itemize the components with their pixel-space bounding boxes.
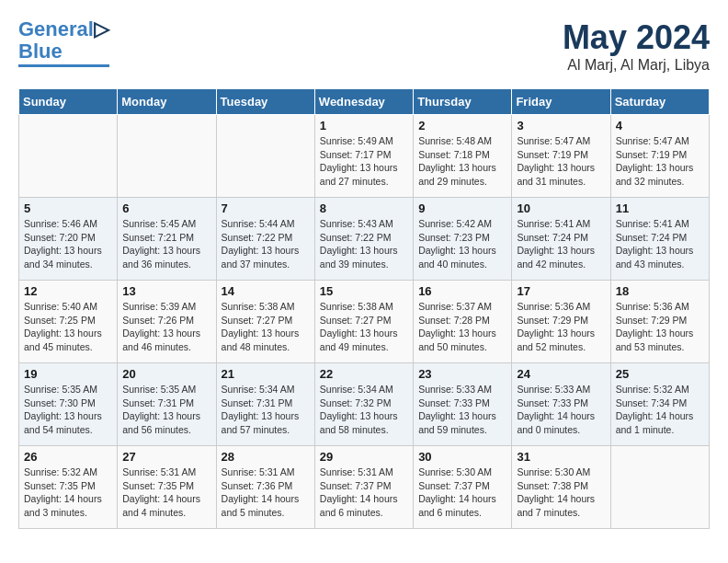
day-info: Sunrise: 5:36 AMSunset: 7:29 PMDaylight:… bbox=[616, 300, 704, 354]
header-friday: Friday bbox=[512, 89, 610, 115]
calendar-cell: 1Sunrise: 5:49 AMSunset: 7:17 PMDaylight… bbox=[314, 115, 413, 198]
day-info: Sunrise: 5:31 AMSunset: 7:37 PMDaylight:… bbox=[320, 465, 408, 520]
calendar-cell: 26Sunrise: 5:32 AMSunset: 7:35 PMDayligh… bbox=[19, 446, 118, 529]
day-number: 14 bbox=[222, 284, 310, 298]
day-number: 10 bbox=[517, 201, 605, 215]
calendar-cell: 28Sunrise: 5:31 AMSunset: 7:36 PMDayligh… bbox=[216, 446, 314, 529]
day-number: 13 bbox=[122, 284, 210, 298]
header-thursday: Thursday bbox=[414, 89, 512, 115]
week-row-1: 5Sunrise: 5:46 AMSunset: 7:20 PMDaylight… bbox=[19, 198, 710, 281]
day-number: 19 bbox=[24, 367, 112, 381]
week-row-0: 1Sunrise: 5:49 AMSunset: 7:17 PMDaylight… bbox=[19, 115, 710, 198]
day-info: Sunrise: 5:45 AMSunset: 7:21 PMDaylight:… bbox=[122, 217, 210, 271]
logo: General▷ Blue bbox=[18, 18, 109, 67]
day-number: 16 bbox=[418, 284, 506, 298]
calendar-cell: 23Sunrise: 5:33 AMSunset: 7:33 PMDayligh… bbox=[414, 363, 512, 446]
calendar-cell bbox=[216, 115, 314, 198]
day-number: 20 bbox=[122, 367, 210, 381]
calendar-cell: 14Sunrise: 5:38 AMSunset: 7:27 PMDayligh… bbox=[216, 281, 314, 363]
calendar-cell: 6Sunrise: 5:45 AMSunset: 7:21 PMDaylight… bbox=[118, 198, 216, 281]
calendar-cell bbox=[19, 115, 118, 198]
calendar-cell: 27Sunrise: 5:31 AMSunset: 7:35 PMDayligh… bbox=[118, 446, 216, 529]
day-info: Sunrise: 5:37 AMSunset: 7:28 PMDaylight:… bbox=[418, 300, 506, 354]
day-info: Sunrise: 5:49 AMSunset: 7:17 PMDaylight:… bbox=[320, 134, 408, 189]
logo-general: General bbox=[18, 17, 94, 40]
day-info: Sunrise: 5:36 AMSunset: 7:29 PMDaylight:… bbox=[517, 300, 605, 354]
calendar-cell: 10Sunrise: 5:41 AMSunset: 7:24 PMDayligh… bbox=[512, 198, 610, 281]
logo-text: General▷ Blue bbox=[18, 18, 109, 63]
day-number: 5 bbox=[24, 201, 112, 215]
day-number: 3 bbox=[517, 119, 605, 132]
header-tuesday: Tuesday bbox=[216, 89, 314, 115]
calendar-cell: 8Sunrise: 5:43 AMSunset: 7:22 PMDaylight… bbox=[314, 198, 413, 281]
day-info: Sunrise: 5:46 AMSunset: 7:20 PMDaylight:… bbox=[24, 217, 112, 271]
calendar-cell: 24Sunrise: 5:33 AMSunset: 7:33 PMDayligh… bbox=[512, 363, 610, 446]
calendar-cell: 31Sunrise: 5:30 AMSunset: 7:38 PMDayligh… bbox=[512, 446, 610, 529]
day-info: Sunrise: 5:33 AMSunset: 7:33 PMDaylight:… bbox=[517, 383, 605, 437]
day-info: Sunrise: 5:47 AMSunset: 7:19 PMDaylight:… bbox=[616, 134, 704, 189]
day-info: Sunrise: 5:39 AMSunset: 7:26 PMDaylight:… bbox=[122, 300, 210, 354]
day-info: Sunrise: 5:30 AMSunset: 7:37 PMDaylight:… bbox=[418, 465, 506, 520]
day-number: 1 bbox=[320, 119, 408, 132]
header-sunday: Sunday bbox=[19, 89, 118, 115]
day-number: 15 bbox=[320, 284, 408, 298]
day-info: Sunrise: 5:32 AMSunset: 7:35 PMDaylight:… bbox=[24, 465, 112, 520]
calendar-cell: 21Sunrise: 5:34 AMSunset: 7:31 PMDayligh… bbox=[216, 363, 314, 446]
title-block: May 2024 Al Marj, Al Marj, Libya bbox=[563, 18, 710, 74]
day-info: Sunrise: 5:38 AMSunset: 7:27 PMDaylight:… bbox=[320, 300, 408, 354]
day-number: 21 bbox=[222, 367, 310, 381]
day-number: 6 bbox=[122, 201, 210, 215]
week-row-3: 19Sunrise: 5:35 AMSunset: 7:30 PMDayligh… bbox=[19, 363, 710, 446]
day-info: Sunrise: 5:34 AMSunset: 7:31 PMDaylight:… bbox=[222, 383, 310, 437]
day-number: 9 bbox=[418, 201, 506, 215]
calendar-cell: 22Sunrise: 5:34 AMSunset: 7:32 PMDayligh… bbox=[314, 363, 413, 446]
day-number: 30 bbox=[418, 450, 506, 464]
day-info: Sunrise: 5:38 AMSunset: 7:27 PMDaylight:… bbox=[222, 300, 310, 354]
day-number: 26 bbox=[24, 450, 112, 464]
location-title: Al Marj, Al Marj, Libya bbox=[563, 57, 710, 74]
day-info: Sunrise: 5:42 AMSunset: 7:23 PMDaylight:… bbox=[418, 217, 506, 271]
calendar-cell: 11Sunrise: 5:41 AMSunset: 7:24 PMDayligh… bbox=[610, 198, 709, 281]
calendar-cell: 13Sunrise: 5:39 AMSunset: 7:26 PMDayligh… bbox=[118, 281, 216, 363]
day-info: Sunrise: 5:40 AMSunset: 7:25 PMDaylight:… bbox=[24, 300, 112, 354]
day-number: 22 bbox=[320, 367, 408, 381]
page-header: General▷ Blue May 2024 Al Marj, Al Marj,… bbox=[18, 18, 710, 74]
calendar-cell: 2Sunrise: 5:48 AMSunset: 7:18 PMDaylight… bbox=[414, 115, 512, 198]
logo-underline bbox=[18, 64, 109, 67]
day-number: 11 bbox=[616, 201, 704, 215]
calendar-cell: 30Sunrise: 5:30 AMSunset: 7:37 PMDayligh… bbox=[414, 446, 512, 529]
day-number: 29 bbox=[320, 450, 408, 464]
calendar-cell: 5Sunrise: 5:46 AMSunset: 7:20 PMDaylight… bbox=[19, 198, 118, 281]
month-title: May 2024 bbox=[563, 18, 710, 57]
day-info: Sunrise: 5:34 AMSunset: 7:32 PMDaylight:… bbox=[320, 383, 408, 437]
day-info: Sunrise: 5:41 AMSunset: 7:24 PMDaylight:… bbox=[616, 217, 704, 271]
day-number: 25 bbox=[616, 367, 704, 381]
calendar-cell: 25Sunrise: 5:32 AMSunset: 7:34 PMDayligh… bbox=[610, 363, 709, 446]
day-info: Sunrise: 5:48 AMSunset: 7:18 PMDaylight:… bbox=[418, 134, 506, 189]
day-number: 23 bbox=[418, 367, 506, 381]
calendar-cell: 7Sunrise: 5:44 AMSunset: 7:22 PMDaylight… bbox=[216, 198, 314, 281]
day-info: Sunrise: 5:32 AMSunset: 7:34 PMDaylight:… bbox=[616, 383, 704, 437]
day-number: 17 bbox=[517, 284, 605, 298]
calendar-cell: 9Sunrise: 5:42 AMSunset: 7:23 PMDaylight… bbox=[414, 198, 512, 281]
week-row-4: 26Sunrise: 5:32 AMSunset: 7:35 PMDayligh… bbox=[19, 446, 710, 529]
calendar-cell bbox=[118, 115, 216, 198]
day-number: 27 bbox=[122, 450, 210, 464]
day-number: 8 bbox=[320, 201, 408, 215]
header-saturday: Saturday bbox=[610, 89, 709, 115]
header-wednesday: Wednesday bbox=[314, 89, 413, 115]
day-info: Sunrise: 5:41 AMSunset: 7:24 PMDaylight:… bbox=[517, 217, 605, 271]
calendar-cell: 15Sunrise: 5:38 AMSunset: 7:27 PMDayligh… bbox=[314, 281, 413, 363]
calendar-cell: 20Sunrise: 5:35 AMSunset: 7:31 PMDayligh… bbox=[118, 363, 216, 446]
day-number: 7 bbox=[222, 201, 310, 215]
calendar-cell: 18Sunrise: 5:36 AMSunset: 7:29 PMDayligh… bbox=[610, 281, 709, 363]
day-number: 2 bbox=[418, 119, 506, 132]
day-info: Sunrise: 5:44 AMSunset: 7:22 PMDaylight:… bbox=[222, 217, 310, 271]
day-info: Sunrise: 5:43 AMSunset: 7:22 PMDaylight:… bbox=[320, 217, 408, 271]
day-number: 28 bbox=[222, 450, 310, 464]
calendar-cell: 29Sunrise: 5:31 AMSunset: 7:37 PMDayligh… bbox=[314, 446, 413, 529]
calendar-cell: 19Sunrise: 5:35 AMSunset: 7:30 PMDayligh… bbox=[19, 363, 118, 446]
day-number: 12 bbox=[24, 284, 112, 298]
day-info: Sunrise: 5:47 AMSunset: 7:19 PMDaylight:… bbox=[517, 134, 605, 189]
day-info: Sunrise: 5:30 AMSunset: 7:38 PMDaylight:… bbox=[517, 465, 605, 520]
